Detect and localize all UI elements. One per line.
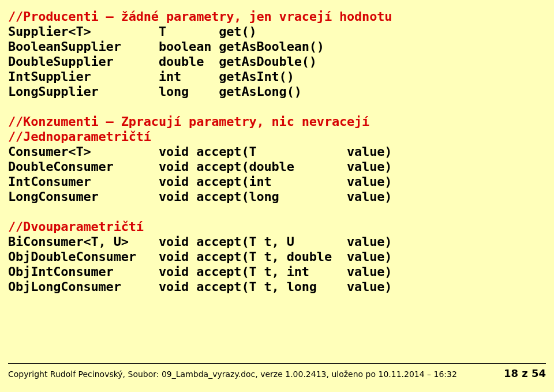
code-line: //Jednoparametričtí	[8, 129, 546, 144]
code-line: LongSupplier long getAsLong()	[8, 84, 546, 99]
code-line: ObjIntConsumer void accept(T t, int valu…	[8, 264, 546, 279]
code-line: Consumer<T> void accept(T value)	[8, 144, 546, 159]
page-number: 18 z 54	[504, 366, 546, 381]
code-line: BooleanSupplier boolean getAsBoolean()	[8, 39, 546, 54]
code-line: //Dvouparametričtí	[8, 219, 546, 234]
code-line: DoubleConsumer void accept(double value)	[8, 159, 546, 174]
code-line: LongConsumer void accept(long value)	[8, 189, 546, 204]
code-line: ObjLongConsumer void accept(T t, long va…	[8, 279, 546, 294]
code-line: //Konzumenti – Zpracují parametry, nic n…	[8, 114, 546, 129]
code-line: IntSupplier int getAsInt()	[8, 69, 546, 84]
code-line: IntConsumer void accept(int value)	[8, 174, 546, 189]
code-line: //Producenti – žádné parametry, jen vrac…	[8, 9, 546, 24]
code-line: DoubleSupplier double getAsDouble()	[8, 54, 546, 69]
code-line: Supplier<T> T get()	[8, 24, 546, 39]
code-line: BiConsumer<T, U> void accept(T t, U valu…	[8, 234, 546, 249]
code-line	[8, 204, 546, 219]
footer-copyright: Copyright Rudolf Pecinovský, Soubor: 09_…	[8, 367, 457, 382]
page-footer: Copyright Rudolf Pecinovský, Soubor: 09_…	[8, 363, 546, 382]
code-line: ObjDoubleConsumer void accept(T t, doubl…	[8, 249, 546, 264]
code-listing: //Producenti – žádné parametry, jen vrac…	[0, 0, 554, 294]
code-line	[8, 99, 546, 114]
